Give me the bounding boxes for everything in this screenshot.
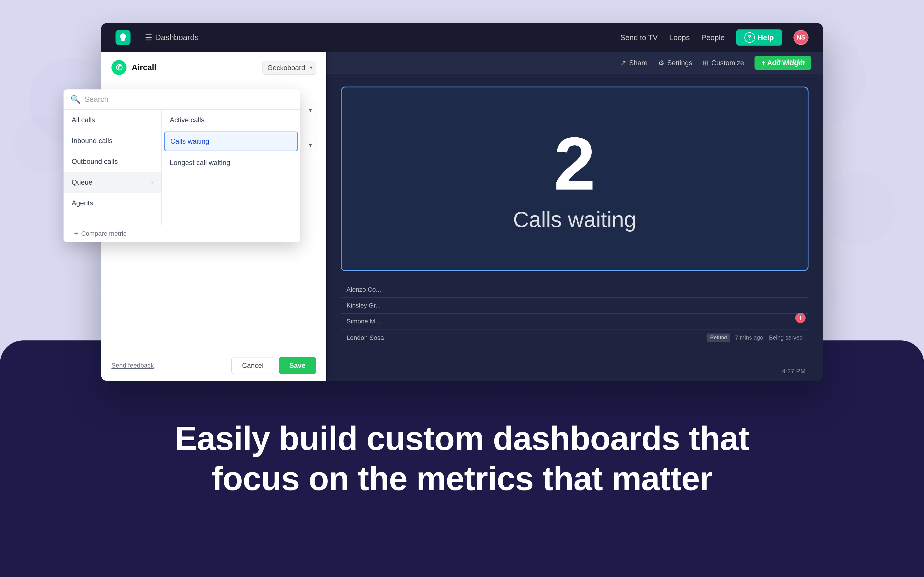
dashboard-right: ↗ Share ⚙ Settings ⊞ Customize + Add wid… <box>326 52 823 381</box>
user-avatar[interactable]: NS <box>793 30 809 45</box>
nav-dashboards[interactable]: ☰ Dashboards <box>145 33 199 42</box>
cancel-button[interactable]: Cancel <box>231 357 274 374</box>
bottom-headline: Easily build custom dashboards that focu… <box>173 419 751 499</box>
dropdown-categories: All calls Inbound calls Outbound calls Q… <box>63 110 162 225</box>
dropdown-popup: 🔍 All calls Inbound calls Outbound calls… <box>63 89 300 242</box>
editor-footer: Send feedback Cancel Save <box>101 350 326 381</box>
calls-waiting-widget: 2 Calls waiting <box>341 87 809 271</box>
category-queue-arrow: › <box>151 179 153 186</box>
topnav: ☰ Dashboards Send to TV Loops People ? H… <box>101 23 823 52</box>
settings-icon: ⚙ <box>658 59 664 67</box>
compare-metric-button[interactable]: + Compare metric <box>63 225 300 242</box>
table-row: Kinsley Gr... <box>341 298 809 314</box>
nav-people[interactable]: People <box>701 33 725 42</box>
nav-send-to-tv[interactable]: Send to TV <box>620 33 658 42</box>
bottom-text: Easily build custom dashboards that focu… <box>115 419 809 499</box>
dropdown-options: Active calls Calls waiting Longest call … <box>162 110 300 225</box>
editor-header: ✆ Aircall Geckoboard <box>101 52 326 83</box>
dropdown-body: All calls Inbound calls Outbound calls Q… <box>63 110 300 225</box>
customize-button[interactable]: ⊞ Customize <box>703 59 744 67</box>
data-table: Alonzo Co... Kinsley Gr... Simone M... L… <box>341 282 809 346</box>
category-agents[interactable]: Agents <box>63 193 162 213</box>
widget-label: Calls waiting <box>513 207 636 232</box>
footer-actions: Cancel Save <box>231 357 316 374</box>
dropdown-search-area: 🔍 <box>63 89 300 110</box>
topnav-actions: Send to TV Loops People ? Help NS <box>620 29 809 45</box>
category-outbound-calls[interactable]: Outbound calls <box>63 151 162 172</box>
widget-number: 2 <box>554 126 596 201</box>
search-input[interactable] <box>85 95 293 104</box>
table-row: Simone M... <box>341 314 809 329</box>
time-display: 4:27 PM <box>782 367 806 375</box>
customize-icon: ⊞ <box>703 59 709 67</box>
notification-dot: ! <box>795 313 806 323</box>
option-longest-call-waiting[interactable]: Longest call waiting <box>162 152 300 173</box>
dash-topbar: ↗ Share ⚙ Settings ⊞ Customize + Add wid… <box>326 52 823 74</box>
send-feedback-link[interactable]: Send feedback <box>111 362 154 369</box>
editor-app-title: Aircall <box>132 63 157 72</box>
category-inbound-calls[interactable]: Inbound calls <box>63 131 162 151</box>
compare-metric-plus-icon: + <box>74 229 78 238</box>
dashboard-select-wrapper[interactable]: Geckoboard <box>262 61 316 75</box>
table-row: Alonzo Co... <box>341 282 809 298</box>
dashboard-select[interactable]: Geckoboard <box>262 61 316 75</box>
option-active-calls[interactable]: Active calls <box>162 110 300 131</box>
help-button[interactable]: ? Help <box>736 29 782 45</box>
nav-loops[interactable]: Loops <box>669 33 690 42</box>
share-button[interactable]: ↗ Share <box>620 59 648 67</box>
help-question-icon: ? <box>745 32 755 43</box>
editor-header-left: ✆ Aircall <box>111 60 157 75</box>
option-calls-waiting[interactable]: Calls waiting <box>164 132 298 151</box>
category-all-calls[interactable]: All calls <box>63 110 162 131</box>
settings-button[interactable]: ⚙ Settings <box>658 59 692 67</box>
category-queue[interactable]: Queue › <box>63 172 162 193</box>
share-icon: ↗ <box>620 59 626 67</box>
search-icon: 🔍 <box>71 95 81 104</box>
hamburger-icon: ☰ <box>145 33 152 42</box>
table-row: London Sosa Refund 7 mins ago Being serv… <box>341 329 809 346</box>
availability-label: Availability <box>775 58 806 65</box>
aircall-icon: ✆ <box>111 60 126 75</box>
geckoboard-icon <box>115 30 131 45</box>
save-button[interactable]: Save <box>279 357 316 374</box>
topnav-logo <box>115 30 131 45</box>
